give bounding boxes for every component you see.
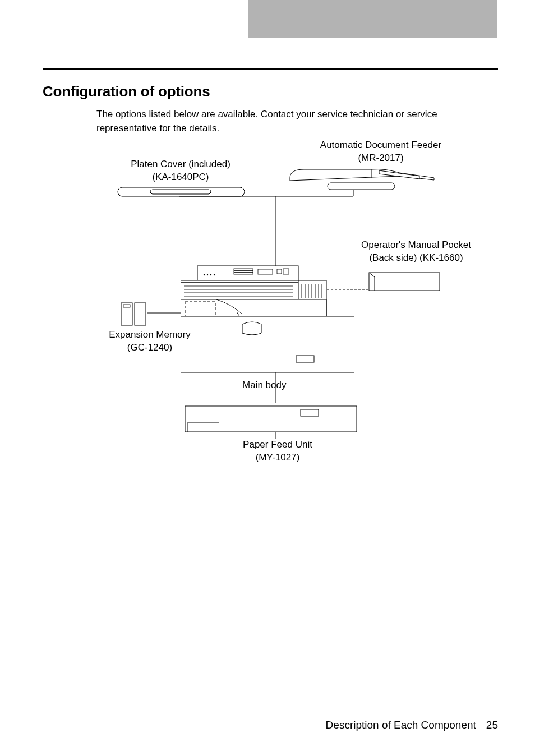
rule-top — [43, 68, 498, 70]
pocket-name: Operator's Manual Pocket — [343, 239, 489, 252]
pfu-name: Paper Feed Unit — [224, 439, 331, 451]
svg-point-14 — [207, 274, 208, 275]
svg-rect-19 — [234, 272, 253, 273]
pocket-label: Operator's Manual Pocket (Back side) (KK… — [343, 239, 489, 265]
pfu-model: (MY-1027) — [224, 451, 331, 464]
svg-rect-36 — [296, 356, 314, 362]
svg-rect-42 — [301, 409, 319, 416]
footer-page: 25 — [486, 719, 498, 731]
intro-paragraph: The options listed below are available. … — [96, 108, 498, 135]
platen-drawing — [117, 184, 246, 201]
footer-chapter: Description of Each Component — [326, 719, 476, 731]
svg-point-15 — [210, 274, 211, 275]
expmem-drawing — [120, 302, 147, 326]
svg-rect-41 — [185, 406, 357, 432]
svg-rect-35 — [181, 316, 354, 372]
section-title: Configuration of options — [43, 83, 210, 100]
adf-name: Automatic Document Feeder — [299, 139, 462, 152]
expmem-model: (GC-1240) — [96, 342, 203, 354]
header-band — [248, 0, 497, 38]
expmem-name: Expansion Memory — [96, 329, 203, 342]
svg-rect-40 — [135, 303, 146, 325]
platen-label: Platen Cover (included) (KA-1640PC) — [119, 158, 242, 184]
pfu-label: Paper Feed Unit (MY-1027) — [224, 439, 331, 464]
svg-rect-18 — [234, 270, 253, 271]
pfu-drawing — [185, 403, 359, 434]
expmem-label: Expansion Memory (GC-1240) — [96, 329, 203, 354]
svg-rect-11 — [150, 190, 211, 194]
pocket-sub: (Back side) (KK-1660) — [343, 252, 489, 265]
mainbody-drawing — [181, 264, 354, 376]
svg-rect-12 — [197, 266, 298, 280]
platen-name: Platen Cover (included) — [119, 158, 242, 171]
svg-rect-37 — [369, 273, 440, 291]
mainbody-label: Main body — [242, 379, 315, 392]
adf-label: Automatic Document Feeder (MR-2017) — [299, 139, 462, 165]
adf-drawing — [287, 164, 439, 192]
pocket-drawing — [368, 269, 441, 293]
svg-point-13 — [204, 274, 205, 275]
svg-rect-39 — [123, 305, 130, 307]
adf-model: (MR-2017) — [299, 152, 462, 165]
svg-rect-21 — [181, 280, 298, 283]
svg-point-16 — [214, 274, 215, 275]
svg-rect-9 — [328, 183, 395, 190]
rule-bottom — [43, 706, 498, 706]
footer: Description of Each Component25 — [43, 719, 498, 731]
platen-model: (KA-1640PC) — [119, 171, 242, 184]
options-diagram: Automatic Document Feeder (MR-2017) Plat… — [96, 139, 498, 554]
